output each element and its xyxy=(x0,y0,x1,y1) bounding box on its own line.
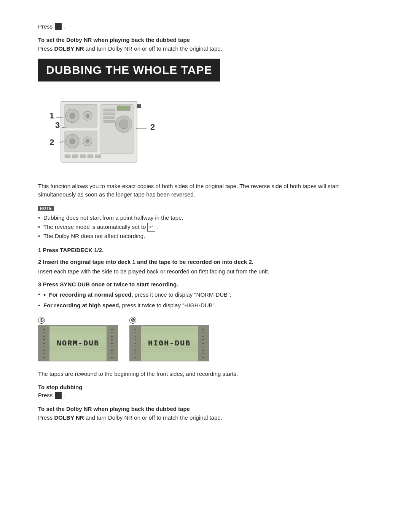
svg-rect-12 xyxy=(104,109,115,111)
note-box: NOTE xyxy=(38,204,373,213)
display-left-side xyxy=(39,326,49,361)
step-3-bullet-2: ‚ For recording at high speed, press it … xyxy=(38,301,373,310)
step-2-heading: 2 Insert the original tape into deck 1 a… xyxy=(38,259,373,265)
top-press-label: Press xyxy=(38,23,53,30)
display-item-1: ① NORM-DUB xyxy=(38,317,118,361)
top-press-period: . xyxy=(64,23,65,30)
display-label-2: ② xyxy=(129,317,136,324)
reverse-mode-icon: ↩ xyxy=(147,223,155,232)
step-1-heading: 1 Press TAPE/DECK 1/2. xyxy=(38,247,373,253)
bottom-dolby-heading: To set the Dolby NR when playing back th… xyxy=(38,406,373,412)
display-left-side-2 xyxy=(130,326,141,361)
svg-text:3: 3 xyxy=(55,120,60,130)
top-dolby-text: Press DOLBY NR and turn Dolby NR on or o… xyxy=(38,45,373,53)
stop-button-icon xyxy=(55,23,62,30)
display-right-side xyxy=(107,326,117,361)
svg-rect-28 xyxy=(137,104,141,108)
note-list: Dubbing does not start from a point half… xyxy=(38,213,373,241)
note-item-3: The Dolby NR does not affect recording. xyxy=(38,232,373,241)
svg-rect-22 xyxy=(95,155,101,158)
stop-period: . xyxy=(64,392,65,398)
display-label-1: ① xyxy=(38,317,45,324)
display-right-side-2 xyxy=(198,326,209,361)
svg-text:2: 2 xyxy=(49,137,54,147)
svg-text:1: 1 xyxy=(49,111,54,120)
step-2-body: Insert each tape with the side to be pla… xyxy=(38,267,373,276)
svg-rect-13 xyxy=(104,113,115,115)
stop-heading: To stop dubbing xyxy=(38,384,373,390)
intro-text: This function allows you to make exact c… xyxy=(38,182,373,199)
step-3-bullets: • For recording at normal speed, press i… xyxy=(38,290,373,310)
step-3-heading: 3 Press SYNC DUB once or twice to start … xyxy=(38,281,373,288)
note-item-1: Dubbing does not start from a point half… xyxy=(38,213,373,222)
display-screen-high: HIGH-DUB xyxy=(129,325,209,361)
svg-rect-21 xyxy=(88,155,93,158)
stop-press-label: Press xyxy=(38,392,53,398)
main-section-heading: DUBBING THE WHOLE TAPE xyxy=(38,59,373,90)
bottom-dolby-text: Press DOLBY NR and turn Dolby NR on or o… xyxy=(38,414,373,422)
svg-rect-20 xyxy=(80,155,86,158)
svg-point-10 xyxy=(86,139,89,143)
display-row: ① NORM-DUB ② HIGH-DUB xyxy=(38,317,373,361)
display-item-2: ② HIGH-DUB xyxy=(129,317,209,361)
top-press-line: Press . xyxy=(38,23,373,30)
svg-point-5 xyxy=(86,114,89,118)
stop-button-icon-2 xyxy=(55,392,62,399)
svg-rect-23 xyxy=(117,106,130,110)
display-text-high: HIGH-DUB xyxy=(148,339,191,348)
device-diagram: 1 2 3 2 xyxy=(38,90,160,174)
svg-rect-15 xyxy=(104,120,115,123)
display-screen-norm: NORM-DUB xyxy=(38,325,118,361)
svg-text:2: 2 xyxy=(150,122,155,132)
svg-point-17 xyxy=(119,120,128,129)
note-item-2: The reverse mode is automatically set to… xyxy=(38,222,373,232)
after-displays-text: The tapes are rewound to the beginning o… xyxy=(38,370,373,379)
svg-point-3 xyxy=(70,113,75,118)
svg-rect-14 xyxy=(104,117,115,119)
step-3-bullet-1: • For recording at normal speed, press i… xyxy=(38,290,373,301)
stop-press-line: Press . xyxy=(38,392,373,399)
svg-rect-19 xyxy=(72,155,78,158)
svg-point-8 xyxy=(70,139,75,144)
display-text-norm: NORM-DUB xyxy=(57,339,99,348)
top-dolby-heading: To set the Dolby NR when playing back th… xyxy=(38,37,373,43)
svg-rect-18 xyxy=(65,155,70,158)
